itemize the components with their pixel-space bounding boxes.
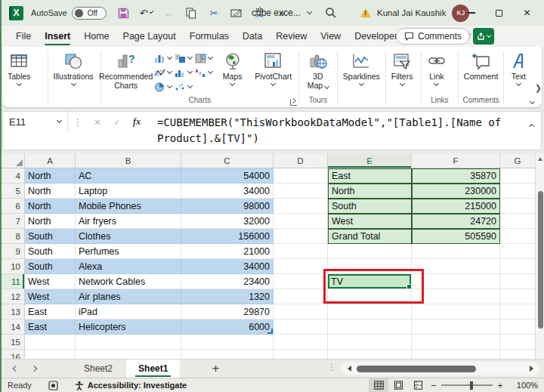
cell-G14[interactable] bbox=[500, 319, 535, 335]
text-button[interactable]: Text bbox=[504, 47, 533, 85]
ribbon-tab-formulas[interactable]: Formulas bbox=[183, 27, 236, 45]
cell-F7[interactable]: 24720 bbox=[412, 214, 500, 229]
cell-A8[interactable]: South bbox=[25, 229, 76, 244]
pivotchart-button[interactable]: PivotChart bbox=[250, 47, 297, 85]
maps-button[interactable]: Maps bbox=[215, 47, 250, 85]
insert-statistic-chart-button[interactable] bbox=[175, 67, 192, 78]
zoom-slider-handle[interactable] bbox=[470, 381, 473, 390]
scroll-up-icon[interactable] bbox=[538, 157, 542, 161]
zoom-in-button[interactable]: + bbox=[494, 380, 506, 391]
cell-F8[interactable]: 505590 bbox=[412, 229, 500, 244]
insert-column-chart-button[interactable] bbox=[154, 53, 172, 63]
minimize-button[interactable] bbox=[457, 0, 485, 26]
share-button[interactable] bbox=[473, 28, 494, 45]
vertical-scroll-thumb[interactable] bbox=[538, 191, 543, 329]
prev-sheet-icon[interactable] bbox=[13, 366, 19, 372]
insert-scatter-chart-button[interactable] bbox=[175, 82, 192, 92]
cell-D6[interactable] bbox=[274, 199, 328, 214]
ribbon-tab-view[interactable]: View bbox=[314, 27, 348, 45]
account-area[interactable]: Kunal Jai Kaushik KJ bbox=[360, 5, 469, 22]
comments-button[interactable]: Comments bbox=[396, 28, 470, 45]
cell-A16[interactable] bbox=[25, 350, 76, 359]
page-break-view-button[interactable] bbox=[408, 378, 428, 392]
cell-G10[interactable] bbox=[500, 259, 535, 274]
cell-A7[interactable]: North bbox=[25, 214, 76, 229]
cell-E15[interactable] bbox=[328, 335, 412, 350]
cell-E5[interactable]: North bbox=[328, 184, 412, 199]
cancel-icon[interactable]: ✕ bbox=[88, 116, 107, 128]
page-layout-view-button[interactable] bbox=[388, 378, 408, 392]
cell-E9[interactable] bbox=[328, 244, 412, 259]
row-header-12[interactable]: 12 bbox=[0, 289, 25, 304]
zoom-level[interactable]: 100% bbox=[512, 381, 538, 390]
row-header-9[interactable]: 9 bbox=[0, 244, 25, 259]
column-header-E[interactable]: E bbox=[328, 153, 412, 168]
cell-G8[interactable] bbox=[500, 229, 535, 244]
recommended-charts-button[interactable]: ? Recommended Charts bbox=[101, 47, 151, 90]
cell-G16[interactable] bbox=[500, 350, 535, 359]
tables-button[interactable]: Tables bbox=[2, 47, 36, 85]
row-header-11[interactable]: 11 bbox=[0, 274, 25, 289]
cell-F6[interactable]: 215000 bbox=[412, 199, 500, 214]
cell-A12[interactable]: West bbox=[25, 289, 76, 304]
cell-B10[interactable]: Alexa bbox=[76, 259, 181, 274]
cell-A5[interactable]: North bbox=[25, 184, 76, 199]
cell-D5[interactable] bbox=[274, 184, 328, 199]
ribbon-tab-home[interactable]: Home bbox=[77, 27, 116, 45]
cell-F14[interactable] bbox=[412, 319, 500, 335]
cell-A6[interactable]: North bbox=[25, 199, 76, 214]
row-header-15[interactable]: 15 bbox=[0, 335, 25, 350]
cell-C6[interactable]: 98000 bbox=[181, 199, 274, 214]
insert-area-chart-button[interactable] bbox=[175, 53, 192, 63]
copy-icon[interactable] bbox=[185, 7, 198, 20]
cell-B6[interactable]: Mobile Phones bbox=[76, 199, 181, 214]
cell-E13[interactable] bbox=[328, 304, 412, 319]
accessibility-status[interactable]: Accessibility: Investigate bbox=[88, 381, 187, 390]
horizontal-scroll-thumb[interactable] bbox=[357, 366, 476, 372]
horizontal-scrollbar[interactable] bbox=[342, 362, 539, 375]
cell-F4[interactable]: 35870 bbox=[412, 168, 500, 184]
cell-D16[interactable] bbox=[274, 350, 328, 359]
column-header-A[interactable]: A bbox=[25, 153, 76, 168]
insert-pie-chart-button[interactable] bbox=[154, 82, 172, 92]
column-header-F[interactable]: F bbox=[412, 153, 500, 168]
column-header-C[interactable]: C bbox=[181, 153, 274, 168]
ribbon-tab-review[interactable]: Review bbox=[269, 27, 314, 45]
collapse-formula-bar-icon[interactable] bbox=[530, 112, 541, 150]
row-header-8[interactable]: 8 bbox=[0, 229, 25, 244]
cell-E6[interactable]: South bbox=[328, 199, 412, 214]
draft-pen-icon[interactable] bbox=[230, 7, 243, 20]
cell-B8[interactable]: Clothes bbox=[76, 229, 181, 244]
cell-G6[interactable] bbox=[500, 199, 535, 214]
charts-dialog-launcher-icon[interactable] bbox=[290, 99, 297, 106]
cut-icon[interactable]: ✂ bbox=[208, 7, 221, 20]
cell-C9[interactable]: 21000 bbox=[181, 244, 274, 259]
row-header-13[interactable]: 13 bbox=[0, 304, 25, 319]
cell-C16[interactable] bbox=[181, 350, 274, 359]
cell-B13[interactable]: iPad bbox=[76, 304, 181, 319]
ribbon-tab-file[interactable]: File bbox=[9, 27, 38, 45]
cell-A9[interactable]: South bbox=[25, 244, 76, 259]
cell-F15[interactable] bbox=[412, 335, 500, 350]
comment-button[interactable]: Comment bbox=[459, 47, 504, 82]
name-box[interactable]: E11 bbox=[3, 112, 68, 131]
cell-D14[interactable] bbox=[274, 319, 328, 335]
cell-E16[interactable] bbox=[328, 350, 412, 359]
next-sheet-icon[interactable] bbox=[31, 366, 37, 372]
formula-input[interactable]: =CUBEMEMBER("ThisWorkbookDataModel","[Ta… bbox=[147, 112, 530, 150]
cell-F11[interactable] bbox=[412, 274, 500, 289]
cell-B15[interactable] bbox=[76, 335, 181, 350]
cell-A13[interactable]: East bbox=[25, 304, 76, 319]
maximize-button[interactable] bbox=[485, 0, 513, 26]
cell-C8[interactable]: 156000 bbox=[181, 229, 274, 244]
row-header-4[interactable]: 4 bbox=[0, 168, 25, 184]
cell-C7[interactable]: 32000 bbox=[181, 214, 274, 229]
cell-D15[interactable] bbox=[274, 335, 328, 350]
row-header-10[interactable]: 10 bbox=[0, 259, 25, 274]
ribbon-tab-insert[interactable]: Insert bbox=[38, 27, 77, 45]
cell-D4[interactable] bbox=[274, 168, 328, 184]
cell-D9[interactable] bbox=[274, 244, 328, 259]
row-header-7[interactable]: 7 bbox=[0, 214, 25, 229]
cell-C10[interactable]: 34000 bbox=[181, 259, 274, 274]
new-sheet-button[interactable]: + bbox=[212, 361, 219, 376]
